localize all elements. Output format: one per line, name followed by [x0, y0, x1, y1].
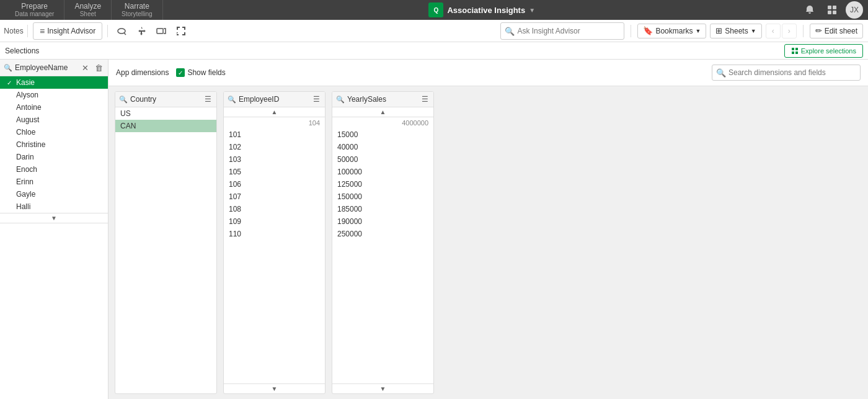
list-item[interactable]: 15000	[332, 128, 433, 141]
scroll-up-indicator-ys[interactable]: ▲	[332, 107, 433, 117]
list-item[interactable]: Christine	[0, 138, 108, 151]
list-item[interactable]: 103	[224, 153, 325, 166]
ask-insight-input[interactable]	[500, 22, 624, 40]
dimension-cards-row: 🔍 Country ☰ US CAN 🔍 EmployeeID	[108, 86, 868, 399]
list-item[interactable]: 190000	[332, 215, 433, 228]
bookmarks-chevron-icon: ▼	[695, 28, 701, 34]
list-item[interactable]: 250000	[332, 228, 433, 240]
edit-sheet-label: Edit sheet	[825, 27, 857, 35]
list-item[interactable]: 100000	[332, 166, 433, 178]
country-card-menu-button[interactable]: ☰	[203, 94, 213, 104]
notes-button[interactable]: Notes	[5, 22, 22, 40]
employee-name-list: ✓ Kasie Alyson Antoine August Chlo	[0, 76, 108, 213]
list-item[interactable]: 50000	[332, 153, 433, 166]
employee-id-item: 107	[229, 192, 241, 201]
user-avatar[interactable]: JX	[846, 1, 863, 19]
tab-analyze[interactable]: Analyze Sheet	[64, 0, 112, 20]
select-tool-btn[interactable]	[113, 22, 130, 40]
nav-arrows: ‹ ›	[766, 24, 797, 38]
list-item[interactable]: 108	[224, 203, 325, 215]
app-logo-icon: Q	[428, 2, 443, 17]
list-item[interactable]: US	[115, 107, 216, 120]
country-item-can: CAN	[120, 122, 136, 130]
employee-id-search-icon: 🔍	[228, 96, 236, 104]
list-item[interactable]: 110	[224, 228, 325, 240]
list-item[interactable]: ✓ Kasie	[0, 76, 108, 89]
notifications-icon[interactable]	[801, 1, 818, 19]
toolbar-separator-1	[27, 25, 28, 37]
scroll-down-indicator-ys[interactable]: ▼	[332, 383, 433, 393]
clear-employee-name-button[interactable]: ✕	[79, 62, 91, 73]
list-item[interactable]: Antoine	[0, 101, 108, 114]
country-search-icon: 🔍	[119, 96, 128, 104]
tab-prepare[interactable]: Prepare Data manager	[5, 0, 64, 20]
scroll-down-indicator[interactable]: ▼	[0, 213, 108, 223]
list-item[interactable]: 185000	[332, 203, 433, 215]
resize-tool-btn[interactable]	[153, 22, 170, 40]
item-label: Chloe	[16, 128, 35, 137]
top-tabs: Prepare Data manager Analyze Sheet Narra…	[5, 0, 163, 20]
sheets-label: Sheets	[725, 27, 748, 35]
employee-id-card-menu-button[interactable]: ☰	[311, 94, 321, 104]
yearly-sales-item: 150000	[337, 192, 362, 201]
bookmarks-icon: 🔖	[643, 26, 653, 35]
list-item[interactable]: 104	[224, 117, 325, 128]
prev-sheet-button[interactable]: ‹	[766, 24, 781, 38]
yearly-sales-item: 125000	[337, 180, 362, 189]
list-item[interactable]: 125000	[332, 178, 433, 191]
show-fields-checkbox[interactable]: ✓	[176, 68, 185, 77]
fullscreen-tool-btn[interactable]	[172, 22, 190, 40]
bookmarks-button[interactable]: 🔖 Bookmarks ▼	[637, 24, 706, 38]
list-item[interactable]: 107	[224, 191, 325, 203]
item-label: Christine	[16, 140, 45, 149]
apps-icon[interactable]	[823, 1, 841, 19]
list-item[interactable]: 109	[224, 215, 325, 228]
edit-sheet-button[interactable]: ✏ Edit sheet	[810, 24, 863, 38]
explore-selections-button[interactable]: Explore selections	[784, 44, 863, 58]
item-label: Gayle	[16, 190, 35, 199]
list-item[interactable]: 102	[224, 141, 325, 153]
list-item[interactable]: 106	[224, 178, 325, 191]
country-dimension-card: 🔍 Country ☰ US CAN	[115, 91, 217, 394]
employee-name-field: 🔍 EmployeeName ✕ 🗑 ✓ Kasie Alyson Antoin…	[0, 60, 108, 223]
insight-advisor-button[interactable]: ≡ Insight Advisor	[33, 22, 102, 40]
item-label: Enoch	[16, 165, 37, 174]
list-item[interactable]: Erinn	[0, 176, 108, 188]
list-item[interactable]: Halli	[0, 200, 108, 213]
search-dimensions-container: 🔍	[712, 65, 861, 81]
sheets-button[interactable]: ⊞ Sheets ▼	[710, 24, 761, 38]
show-fields-toggle[interactable]: ✓ Show fields	[176, 68, 225, 77]
list-item[interactable]: Alyson	[0, 89, 108, 101]
selections-bar: Selections Explore selections	[0, 42, 868, 60]
list-item[interactable]: 40000	[332, 141, 433, 153]
employee-id-item: 109	[229, 217, 241, 226]
list-item[interactable]: Gayle	[0, 188, 108, 200]
scroll-up-indicator[interactable]: ▲	[224, 107, 325, 117]
item-label: Darin	[16, 153, 34, 161]
tab-prepare-sublabel: Data manager	[15, 11, 54, 18]
pencil-icon: ✏	[815, 26, 822, 35]
list-item[interactable]: Darin	[0, 151, 108, 163]
list-item[interactable]: Enoch	[0, 163, 108, 176]
list-item[interactable]: 105	[224, 166, 325, 178]
move-tool-btn[interactable]	[133, 22, 150, 40]
list-item[interactable]: 4000000	[332, 117, 433, 128]
scroll-down-indicator-emp[interactable]: ▼	[224, 383, 325, 393]
employee-id-item: 102	[229, 143, 241, 151]
yearly-sales-card-menu-button[interactable]: ☰	[420, 94, 430, 104]
explore-selections-label: Explore selections	[801, 47, 856, 55]
employee-id-item: 105	[229, 168, 241, 176]
list-item[interactable]: 150000	[332, 191, 433, 203]
list-item[interactable]: 101	[224, 128, 325, 141]
list-item[interactable]: CAN	[115, 120, 216, 132]
yearly-sales-item: 15000	[337, 130, 358, 139]
search-dimensions-input[interactable]	[712, 65, 861, 81]
yearly-sales-search-icon: 🔍	[336, 96, 345, 104]
toolbar-separator-4	[803, 25, 804, 37]
svg-line-5	[124, 33, 126, 35]
tab-narrate[interactable]: Narrate Storytelling	[112, 0, 162, 20]
list-item[interactable]: Chloe	[0, 126, 108, 138]
next-sheet-button[interactable]: ›	[782, 24, 797, 38]
delete-employee-name-button[interactable]: 🗑	[93, 62, 104, 73]
list-item[interactable]: August	[0, 114, 108, 126]
